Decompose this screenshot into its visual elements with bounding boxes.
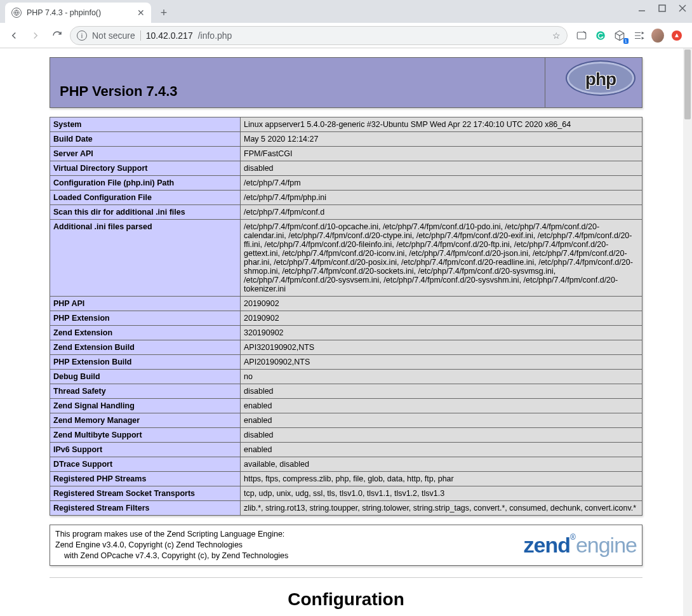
bookmark-star-icon[interactable]: ☆ [552, 30, 561, 41]
table-row: Thread Safetydisabled [50, 384, 642, 399]
info-value: Linux appserver1 5.4.0-28-generic #32-Ub… [241, 117, 642, 132]
back-button[interactable] [5, 27, 23, 44]
forward-button[interactable] [27, 27, 44, 44]
info-value: API20190902,NTS [241, 355, 642, 370]
table-row: Scan this dir for additional .ini files/… [50, 205, 642, 220]
browser-window: PHP 7.4.3 - phpinfo() ✕ + i Not secure 1… [0, 0, 692, 616]
browser-toolbar: i Not secure 10.42.0.217/info.php ☆ 1 [0, 23, 692, 48]
zend-text: This program makes use of the Zend Scrip… [55, 529, 516, 561]
info-value: 20190902 [241, 311, 642, 326]
maximize-icon[interactable] [656, 3, 668, 14]
info-value: /etc/php/7.4/fpm [241, 176, 642, 191]
info-value: 320190902 [241, 326, 642, 340]
table-row: Additional .ini files parsed/etc/php/7.4… [50, 220, 642, 297]
zend-engine-box: This program makes use of the Zend Scrip… [50, 525, 642, 566]
info-value: disabled [241, 384, 642, 399]
phpinfo-page: PHP Version 7.4.3 php SystemLinux appser… [50, 57, 642, 616]
box-icon[interactable]: 1 [613, 29, 626, 42]
php-logo: php [566, 60, 635, 96]
media-icon[interactable] [632, 29, 645, 42]
info-key: Virtual Directory Support [50, 161, 241, 176]
info-value: zlib.*, string.rot13, string.toupper, st… [241, 501, 642, 516]
table-row: PHP Extension BuildAPI20190902,NTS [50, 355, 642, 370]
info-key: DTrace Support [50, 457, 241, 472]
info-key: Scan this dir for additional .ini files [50, 205, 241, 220]
extension-icons: 1 [571, 29, 687, 42]
browser-tab[interactable]: PHP 7.4.3 - phpinfo() ✕ [5, 3, 151, 23]
close-window-icon[interactable] [677, 3, 688, 14]
info-key: Build Date [50, 132, 241, 147]
info-key: Additional .ini files parsed [50, 220, 241, 297]
info-value: 20190902 [241, 297, 642, 311]
minimize-icon[interactable] [636, 3, 648, 14]
table-row: IPv6 Supportenabled [50, 443, 642, 457]
scrollbar-thumb[interactable] [684, 50, 691, 119]
globe-icon [11, 8, 22, 18]
separator [140, 30, 141, 41]
scrollbar[interactable] [683, 48, 692, 616]
php-version-heading: PHP Version 7.4.3 [53, 78, 542, 105]
info-icon: i [77, 30, 87, 41]
window-controls [636, 3, 688, 14]
table-row: Loaded Configuration File/etc/php/7.4/fp… [50, 191, 642, 205]
extension-icon[interactable] [575, 29, 588, 42]
table-row: Build DateMay 5 2020 12:14:27 [50, 132, 642, 147]
info-value: enabled [241, 399, 642, 413]
page-viewport[interactable]: PHP Version 7.4.3 php SystemLinux appser… [0, 48, 692, 616]
table-row: PHP Extension20190902 [50, 311, 642, 326]
info-key: Registered PHP Streams [50, 472, 241, 486]
table-row: Zend Signal Handlingenabled [50, 399, 642, 413]
info-value: May 5 2020 12:14:27 [241, 132, 642, 147]
zend-logo: zend®engine [524, 533, 637, 558]
table-row: DTrace Supportavailable, disabled [50, 457, 642, 472]
tab-bar: PHP 7.4.3 - phpinfo() ✕ + [0, 0, 692, 23]
info-key: Zend Multibyte Support [50, 428, 241, 443]
table-row: Configuration File (php.ini) Path/etc/ph… [50, 176, 642, 191]
not-secure-label: Not secure [92, 30, 135, 41]
address-bar[interactable]: i Not secure 10.42.0.217/info.php ☆ [70, 26, 568, 45]
table-row: Server APIFPM/FastCGI [50, 147, 642, 161]
info-value: tcp, udp, unix, udg, ssl, tls, tlsv1.0, … [241, 486, 642, 501]
phpinfo-header: PHP Version 7.4.3 php [50, 57, 642, 108]
info-key: Server API [50, 147, 241, 161]
info-key: Loaded Configuration File [50, 191, 241, 205]
info-key: Thread Safety [50, 384, 241, 399]
grammarly-icon[interactable] [594, 29, 607, 42]
info-key: Configuration File (php.ini) Path [50, 176, 241, 191]
info-value: available, disabled [241, 457, 642, 472]
divider [50, 577, 642, 578]
info-value: enabled [241, 413, 642, 428]
info-key: PHP Extension Build [50, 355, 241, 370]
info-key: IPv6 Support [50, 443, 241, 457]
info-value: FPM/FastCGI [241, 147, 642, 161]
svg-rect-2 [659, 5, 665, 11]
info-value: API320190902,NTS [241, 340, 642, 355]
reload-button[interactable] [48, 27, 66, 44]
table-row: Registered Stream Filterszlib.*, string.… [50, 501, 642, 516]
info-value: disabled [241, 428, 642, 443]
info-value: /etc/php/7.4/fpm/php.ini [241, 191, 642, 205]
table-row: Debug Buildno [50, 370, 642, 384]
info-key: Zend Extension Build [50, 340, 241, 355]
info-key: Zend Extension [50, 326, 241, 340]
table-row: Zend Memory Managerenabled [50, 413, 642, 428]
close-tab-icon[interactable]: ✕ [137, 8, 145, 18]
info-value: /etc/php/7.4/fpm/conf.d/10-opcache.ini, … [241, 220, 642, 297]
avatar[interactable] [651, 29, 664, 42]
zend-line: This program makes use of the Zend Scrip… [55, 529, 516, 540]
info-key: PHP Extension [50, 311, 241, 326]
info-value: https, ftps, compress.zlib, php, file, g… [241, 472, 642, 486]
table-row: Registered Stream Socket Transportstcp, … [50, 486, 642, 501]
table-row: Zend Extension BuildAPI320190902,NTS [50, 340, 642, 355]
url-path: /info.php [198, 30, 232, 41]
configuration-heading: Configuration [50, 589, 642, 610]
info-value: enabled [241, 443, 642, 457]
url-host: 10.42.0.217 [146, 30, 193, 41]
info-key: Debug Build [50, 370, 241, 384]
new-tab-button[interactable]: + [155, 4, 173, 22]
zend-line: Zend Engine v3.4.0, Copyright (c) Zend T… [55, 540, 516, 551]
info-key: Zend Memory Manager [50, 413, 241, 428]
info-key: Zend Signal Handling [50, 399, 241, 413]
table-row: Zend Multibyte Supportdisabled [50, 428, 642, 443]
adblock-icon[interactable] [670, 29, 683, 42]
